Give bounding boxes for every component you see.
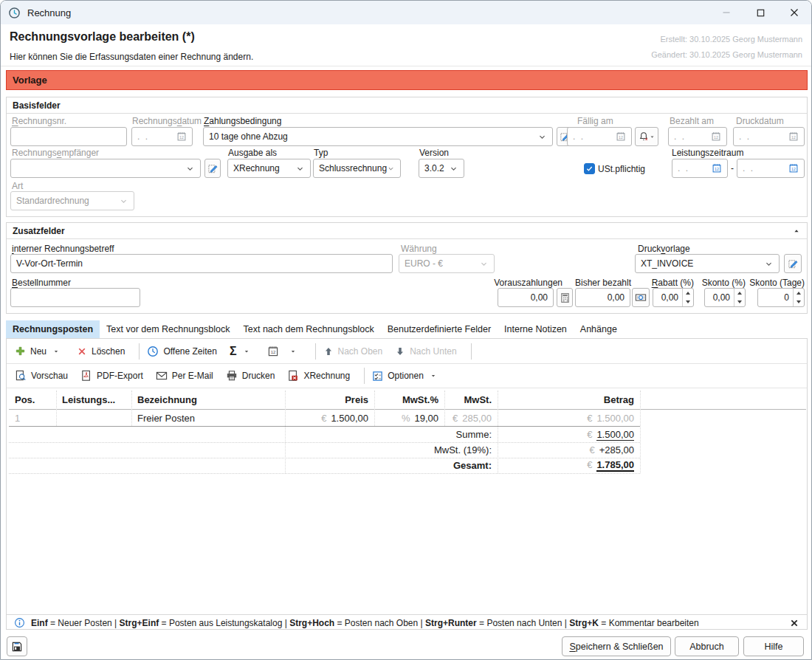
posten-toolbar: Neu Löschen Offene Zeiten Σ	[7, 339, 807, 364]
druckdatum-field[interactable]: . .	[733, 127, 805, 146]
tab-anhaenge[interactable]: Anhänge	[574, 320, 624, 338]
per-email-button[interactable]: Per E-Mail	[156, 370, 213, 382]
caret-down-icon[interactable]	[243, 348, 250, 355]
minimize-button[interactable]	[714, 3, 739, 22]
rechnungsposten-panel: Neu Löschen Offene Zeiten Σ	[6, 338, 808, 630]
leistungszeitraum-bis-field[interactable]: . .	[737, 159, 805, 178]
caret-down-icon[interactable]	[52, 348, 60, 355]
caret-down-icon[interactable]	[430, 372, 437, 379]
leistungszeitraum-label: Leistungszeitraum	[672, 148, 743, 158]
cell-mwst-prozent: %19,00	[374, 410, 444, 426]
window-title: Rechnung	[27, 7, 71, 18]
chevron-down-icon	[449, 164, 458, 173]
statusbar-shortcut-text: Einf = Neuer Posten | Strg+Einf = Posten…	[31, 618, 699, 628]
rabatt-label: Rabatt (%)	[627, 278, 694, 288]
reminder-split-button[interactable]	[635, 127, 658, 146]
ausgabe-als-combo[interactable]: XRechnung	[227, 159, 311, 178]
collapse-caret-up-icon[interactable]	[792, 227, 801, 236]
vorschau-button[interactable]: Vorschau	[15, 370, 68, 382]
kalender-button[interactable]	[267, 346, 301, 357]
close-icon[interactable]	[789, 618, 799, 628]
spin-up-icon[interactable]	[794, 289, 804, 298]
leistungszeitraum-separator: -	[731, 163, 734, 173]
vorauszahlungen-calc-button[interactable]	[557, 288, 573, 307]
betreff-field[interactable]	[10, 254, 393, 273]
nach-unten-button[interactable]: Nach Unten	[395, 346, 456, 357]
options-checklist-icon	[372, 371, 383, 382]
basisfelder-group: Basisfelder Rechnungsnr. Rechnungsdatum …	[6, 97, 808, 217]
calendar-icon[interactable]	[788, 163, 799, 173]
rechnungsempfaenger-combo[interactable]	[10, 159, 201, 178]
vorauszahlungen-field[interactable]	[498, 288, 554, 307]
toolbar-separator	[315, 343, 316, 360]
skonto-prozent-spinner[interactable]: 0,00	[704, 288, 746, 307]
col-betrag: Betrag	[498, 391, 640, 409]
xrechnung-button[interactable]: XRechnung	[287, 370, 350, 382]
spin-down-icon[interactable]	[794, 298, 804, 306]
arrow-down-icon	[395, 346, 405, 357]
bisher-bezahlt-money-button[interactable]	[632, 288, 650, 307]
edit-pencil-icon	[207, 163, 219, 174]
tab-text-nach-rechnungsblock[interactable]: Text nach dem Rechnungsblock	[237, 320, 381, 338]
save-floppy-icon	[11, 641, 23, 653]
spin-up-icon[interactable]	[683, 289, 693, 298]
leistungszeitraum-von-field[interactable]: . .	[672, 159, 728, 178]
maximize-button[interactable]	[748, 3, 773, 22]
loeschen-button[interactable]: Löschen	[77, 346, 125, 357]
tab-benutzerdefinierte-felder[interactable]: Benutzerdefinierte Felder	[381, 320, 498, 338]
zahlungsbedingung-label: Zahlungsbedingung	[204, 116, 281, 126]
plus-icon	[15, 346, 26, 357]
spin-down-icon[interactable]	[734, 298, 745, 306]
calendar-icon[interactable]	[616, 131, 626, 142]
save-button[interactable]	[7, 636, 27, 656]
art-label: Art	[12, 181, 23, 191]
abbruch-button[interactable]: Abbruch	[675, 636, 739, 656]
calendar-icon[interactable]	[711, 131, 721, 142]
tab-interne-notizen[interactable]: Interne Notizen	[498, 320, 574, 338]
drucken-button[interactable]: Drucken	[226, 370, 275, 382]
bezahlt-am-label: Bezahlt am	[670, 116, 714, 126]
basisfelder-header: Basisfelder	[7, 97, 807, 114]
hilfe-button[interactable]: Hilfe	[743, 636, 804, 656]
tab-bar: Rechnungsposten Text vor dem Rechnungsbl…	[6, 320, 624, 338]
faellig-am-field[interactable]: . .	[567, 127, 632, 146]
header-divider	[1, 66, 811, 66]
offene-zeiten-button[interactable]: Offene Zeiten	[147, 346, 217, 357]
druckvorlage-edit-button[interactable]	[784, 254, 802, 273]
pdf-export-button[interactable]: PDF-Export	[80, 370, 143, 382]
tab-text-vor-rechnungsblock[interactable]: Text vor dem Rechnungsblock	[100, 320, 236, 338]
nach-oben-button[interactable]: Nach Oben	[323, 346, 383, 357]
bisher-bezahlt-field[interactable]	[575, 288, 630, 307]
rechnungsdatum-field[interactable]: . .	[131, 127, 193, 146]
neu-button[interactable]: Neu	[15, 346, 64, 357]
rechnungsdatum-label: Rechnungsdatum	[132, 116, 202, 126]
cell-bezeichnung: Freier Posten	[131, 410, 285, 426]
tab-rechnungsposten[interactable]: Rechnungsposten	[6, 320, 100, 338]
mwst-summary-value: €+285,00	[498, 442, 640, 458]
spin-up-icon[interactable]	[734, 289, 745, 298]
calendar-icon[interactable]	[176, 131, 187, 142]
optionen-button[interactable]: Optionen	[372, 371, 441, 382]
skonto-tage-spinner[interactable]: 0	[757, 288, 805, 307]
calendar-icon[interactable]	[788, 131, 799, 142]
speichern-schliessen-button[interactable]: Speichern & Schließen	[562, 636, 671, 656]
betreff-label: interner Rechnungsbetreff	[12, 244, 114, 254]
bestellnummer-field[interactable]	[10, 288, 140, 307]
version-combo[interactable]: 3.0.2	[419, 159, 464, 178]
bezahlt-am-field[interactable]: . .	[668, 127, 727, 146]
druckvorlage-combo[interactable]: XT_INVOICE	[635, 254, 780, 273]
close-button[interactable]	[782, 3, 807, 22]
col-bezeichnung: Bezeichnung	[131, 391, 285, 409]
ust-pflichtig-checkbox[interactable]	[584, 163, 595, 174]
spin-down-icon[interactable]	[683, 298, 693, 306]
rechnungsnr-field[interactable]	[10, 127, 127, 146]
chevron-down-icon	[185, 164, 195, 173]
zahlungsbedingung-combo[interactable]: 10 tage ohne Abzug	[203, 127, 553, 146]
summe-button[interactable]: Σ	[230, 345, 255, 358]
caret-down-icon[interactable]	[289, 348, 297, 355]
rechnungsempfaenger-edit-button[interactable]	[204, 159, 221, 178]
xrechnung-icon	[287, 370, 299, 382]
rabatt-spinner[interactable]: 0,00	[653, 288, 694, 307]
typ-combo[interactable]: Schlussrechnung	[313, 159, 401, 178]
calendar-icon[interactable]	[712, 163, 722, 173]
